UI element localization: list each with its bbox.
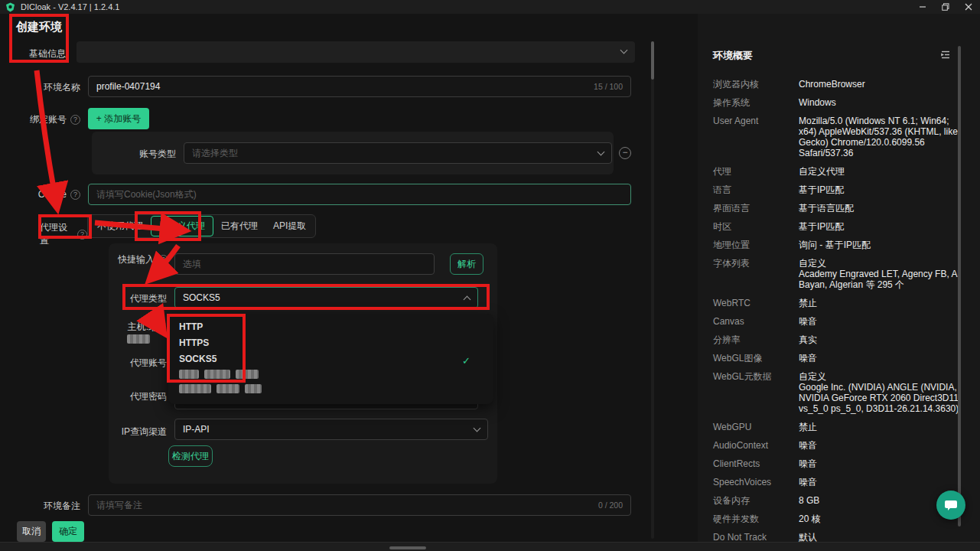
chevron-down-icon xyxy=(597,148,605,156)
basic-info-section-header[interactable] xyxy=(77,41,635,63)
help-icon[interactable]: ? xyxy=(70,115,80,125)
form-scrollbar-track[interactable] xyxy=(651,41,654,539)
check-icon: ✓ xyxy=(462,355,470,367)
tab-existing-proxy[interactable]: 已有代理 xyxy=(213,216,265,236)
proxy-type-value: SOCKS5 xyxy=(183,292,220,303)
env-name-input[interactable]: profile-0407194 15 / 100 xyxy=(88,76,631,97)
summary-row: 浏览器内核ChromeBrowser xyxy=(713,75,967,93)
support-chat-button[interactable] xyxy=(936,491,965,520)
cookie-label-row: Cookie ? xyxy=(0,189,80,200)
summary-row: WebGL元数据自定义 Google Inc. (NVIDIA) ANGLE (… xyxy=(713,367,967,418)
summary-rows: 浏览器内核ChromeBrowser 操作系统Windows User Agen… xyxy=(713,75,967,551)
tab-no-proxy[interactable]: 不使用代理 xyxy=(90,216,151,236)
chat-bubble-icon xyxy=(943,498,959,512)
cookie-label: Cookie xyxy=(38,189,67,200)
bind-account-label: 绑定账号 xyxy=(30,113,67,126)
summary-scrollbar-thumb[interactable] xyxy=(958,46,961,527)
app-logo-icon xyxy=(5,2,15,12)
restore-icon xyxy=(942,3,949,11)
summary-row: 代理自定义代理 xyxy=(713,162,967,181)
horizontal-scrollbar-thumb[interactable] xyxy=(389,546,426,549)
chevron-down-icon xyxy=(474,425,481,432)
restore-button[interactable] xyxy=(934,0,957,14)
summary-row: User AgentMozilla/5.0 (Windows NT 6.1; W… xyxy=(713,112,967,162)
environment-summary-panel: 环境概要 浏览器内核ChromeBrowser 操作系统Windows User… xyxy=(698,14,980,542)
summary-row: 界面语言基于语言匹配 xyxy=(713,199,967,217)
proxy-password-label-row: 代理密码 xyxy=(99,390,167,403)
summary-row: 操作系统Windows xyxy=(713,93,967,112)
ip-channel-label: IP查询渠道 xyxy=(122,425,167,439)
remark-counter: 0 / 200 xyxy=(598,500,623,510)
check-proxy-button[interactable]: 检测代理 xyxy=(168,445,213,467)
quick-input-label: 快捷输入 xyxy=(118,253,155,266)
summary-row: Canvas噪音 xyxy=(713,312,967,331)
proxy-mode-tabs: 不使用代理 自定义代理 已有代理 API提取 xyxy=(87,214,316,238)
summary-row: WebRTC禁止 xyxy=(713,294,967,312)
proxy-type-dropdown: HTTP HTTPS SOCKS5 ✓ xyxy=(168,314,493,404)
titlebar: DICloak - V2.4.17 | 1.2.4.1 xyxy=(0,0,980,14)
form-scrollbar-thumb[interactable] xyxy=(651,41,654,80)
summary-row: AudioContext噪音 xyxy=(713,436,967,455)
minimize-icon xyxy=(919,3,926,11)
remark-label: 环境备注 xyxy=(44,500,80,513)
summary-row: 字体列表自定义 Academy Engraved LET, Agency FB,… xyxy=(713,254,967,294)
env-name-value: profile-0407194 xyxy=(96,81,160,92)
tab-custom-proxy[interactable]: 自定义代理 xyxy=(151,216,213,236)
summary-row: 分辨率真实 xyxy=(713,331,967,349)
ip-channel-select[interactable]: IP-API xyxy=(174,419,488,440)
summary-row: WebGL图像噪音 xyxy=(713,349,967,367)
cookie-input[interactable]: 请填写Cookie(Json格式) xyxy=(88,184,631,205)
account-type-select[interactable]: 请选择类型 xyxy=(184,142,612,164)
env-name-label: 环境名称 xyxy=(44,81,80,94)
close-window-button[interactable] xyxy=(957,0,980,14)
remark-placeholder: 请填写备注 xyxy=(96,499,142,512)
summary-title: 环境概要 xyxy=(713,49,753,63)
window-bottom-edge xyxy=(0,542,980,551)
env-name-counter: 15 / 100 xyxy=(594,82,623,91)
app-title: DICloak - V2.4.17 | 1.2.4.1 xyxy=(21,2,119,11)
host-port-label: 主机:端口 xyxy=(128,321,167,334)
account-card: 账号类型 请选择类型 xyxy=(92,132,614,174)
redacted-dropdown-row xyxy=(168,367,493,381)
proxy-password-label: 代理密码 xyxy=(130,390,167,403)
proxy-type-label-row: 代理类型 xyxy=(99,292,167,305)
redacted-host-value xyxy=(127,334,150,344)
summary-row: ClientRects噪音 xyxy=(713,455,967,473)
cookie-placeholder: 请填写Cookie(Json格式) xyxy=(96,188,197,201)
summary-row: 地理位置询问 - 基于IP匹配 xyxy=(713,236,967,254)
parse-button[interactable]: 解析 xyxy=(450,253,483,275)
chevron-down-icon xyxy=(620,47,628,54)
dropdown-option-https[interactable]: HTTPS xyxy=(168,334,493,350)
dropdown-option-http[interactable]: HTTP xyxy=(168,318,493,334)
remark-input[interactable]: 请填写备注 0 / 200 xyxy=(88,494,631,516)
nav-item-basic-info[interactable]: 基础信息 xyxy=(29,47,66,60)
minimize-button[interactable] xyxy=(911,0,934,14)
chevron-up-icon xyxy=(464,295,471,303)
proxy-settings-label-row: 代理设置 ? xyxy=(40,221,87,247)
dropdown-option-socks5[interactable]: SOCKS5 xyxy=(168,350,493,367)
help-icon[interactable]: ? xyxy=(70,190,80,200)
quick-input-placeholder: 选填 xyxy=(183,258,201,271)
summary-row: 语言基于IP匹配 xyxy=(713,181,967,199)
proxy-account-label: 代理账号 xyxy=(130,357,167,370)
proxy-settings-label: 代理设置 xyxy=(40,221,73,247)
help-icon[interactable]: ? xyxy=(158,255,168,265)
env-name-label-row: 环境名称 xyxy=(0,81,80,94)
remove-account-icon[interactable]: − xyxy=(619,147,631,159)
tab-api-extract[interactable]: API提取 xyxy=(265,216,314,236)
summary-row: 时区基于IP匹配 xyxy=(713,217,967,236)
quick-input-field[interactable]: 选填 xyxy=(174,253,435,275)
proxy-type-select[interactable]: SOCKS5 xyxy=(174,287,478,308)
host-port-label-row: 主机:端口 xyxy=(99,321,167,334)
add-account-button[interactable]: + 添加账号 xyxy=(88,108,149,129)
cancel-button[interactable]: 取消 xyxy=(17,521,46,542)
redacted-dropdown-row xyxy=(168,381,493,396)
summary-row: SpeechVoices噪音 xyxy=(713,473,967,491)
dialog-title: 创建环境 xyxy=(16,20,62,34)
proxy-type-label: 代理类型 xyxy=(130,292,167,305)
collapse-panel-icon[interactable] xyxy=(939,49,951,63)
help-icon[interactable]: ? xyxy=(77,230,87,240)
confirm-button[interactable]: 确定 xyxy=(52,521,84,542)
remark-label-row: 环境备注 xyxy=(0,500,80,513)
summary-row: 硬件并发数20 核 xyxy=(713,510,967,528)
